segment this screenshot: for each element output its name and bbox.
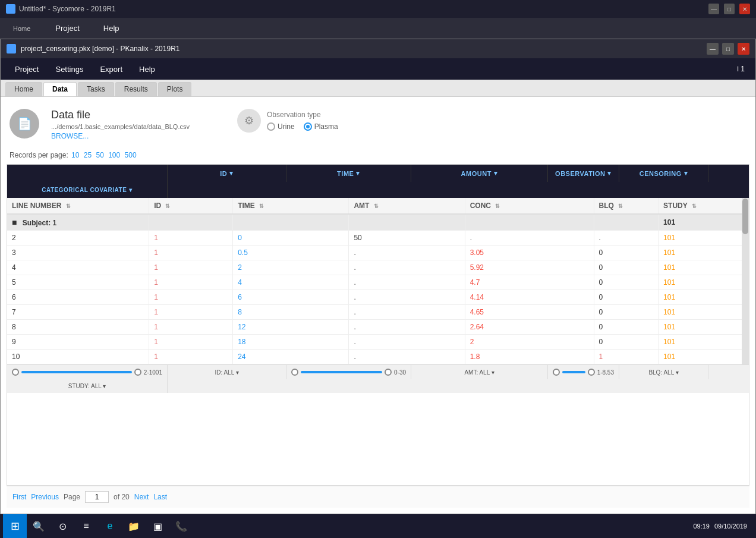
col-blq[interactable]: BLQ ⇅: [594, 198, 658, 214]
pagination-previous[interactable]: Previous: [31, 493, 59, 501]
cell-blq: 0: [594, 320, 658, 335]
tabs-bar: Home Data Tasks Results Plots: [1, 80, 755, 97]
obs-slider-left[interactable]: [553, 369, 560, 376]
col-amt[interactable]: AMT ⇅: [349, 198, 465, 214]
grp-time[interactable]: TIME ▾: [286, 165, 411, 182]
cell-study: 101: [659, 350, 749, 364]
app-minimize-btn[interactable]: —: [707, 43, 719, 55]
records-opt-25[interactable]: 25: [84, 151, 92, 159]
records-per-page-bar: Records per page: 10 25 50 100 500: [7, 150, 749, 161]
os-home-tab[interactable]: Home: [6, 21, 37, 36]
col-conc[interactable]: CONC ⇅: [465, 198, 594, 214]
cell-id: 1: [149, 335, 233, 350]
cell-study: 101: [659, 335, 749, 350]
tab-plots[interactable]: Plots: [158, 82, 192, 96]
obs-slider-right[interactable]: [588, 369, 595, 376]
records-opt-10[interactable]: 10: [71, 151, 79, 159]
line-range-slider[interactable]: 2-1001: [12, 369, 162, 376]
col-study[interactable]: STUDY ⇅: [659, 198, 749, 214]
filter-line: 2-1001: [7, 365, 168, 379]
line-slider-left[interactable]: [12, 369, 19, 376]
id-arrow-icon: ▾: [229, 169, 234, 177]
browse-button[interactable]: BROWSE...: [51, 132, 190, 140]
tab-tasks[interactable]: Tasks: [78, 82, 114, 96]
gear-icon[interactable]: ⚙: [237, 109, 261, 133]
subject-collapse-btn[interactable]: ■ Subject: 1: [7, 214, 149, 231]
filter-blq[interactable]: BLQ: ALL ▾: [619, 365, 708, 379]
info-badge[interactable]: i 1: [732, 62, 749, 75]
sort-time-icon[interactable]: ⇅: [259, 203, 264, 209]
cell-blq: .: [594, 231, 658, 246]
tab-data[interactable]: Data: [43, 82, 77, 96]
records-opt-100[interactable]: 100: [108, 151, 120, 159]
study-filter-dropdown[interactable]: STUDY: ALL ▾: [68, 383, 106, 389]
radio-plasma-label: Plasma: [314, 122, 338, 131]
line-slider-right[interactable]: [134, 369, 141, 376]
obs-range-slider[interactable]: 1-8.53: [553, 369, 614, 376]
col-time[interactable]: TIME ⇅: [233, 198, 349, 214]
cell-id: 1: [149, 246, 233, 260]
pagination-next[interactable]: Next: [134, 493, 149, 501]
time-slider-left[interactable]: [291, 369, 298, 376]
grp-observation[interactable]: OBSERVATION ▾: [548, 165, 619, 182]
scroll-thumb[interactable]: [742, 199, 748, 234]
tab-home[interactable]: Home: [5, 82, 42, 96]
blq-filter-dropdown[interactable]: BLQ: ALL ▾: [648, 369, 678, 376]
cell-time: 12: [233, 320, 349, 335]
radio-plasma-circle[interactable]: [304, 122, 312, 131]
id-filter-dropdown[interactable]: ID: ALL ▾: [215, 369, 238, 376]
cell-time: 0: [233, 231, 349, 246]
os-maximize-btn[interactable]: □: [724, 4, 735, 14]
app-menu-settings[interactable]: Settings: [47, 61, 92, 77]
grp-id[interactable]: ID ▾: [168, 165, 286, 182]
col-conc-label: CONC: [470, 202, 491, 210]
col-line-number[interactable]: LINE NUMBER ⇅: [7, 198, 149, 214]
sort-blq-icon[interactable]: ⇅: [618, 203, 623, 209]
col-id[interactable]: ID ⇅: [149, 198, 233, 214]
data-file-section: 📄 Data file .../demos/1.basic_examples/d…: [7, 103, 749, 146]
os-minimize-btn[interactable]: —: [708, 4, 719, 14]
cell-id: 1: [149, 305, 233, 320]
time-range-slider[interactable]: 0-30: [291, 369, 406, 376]
scrollbar[interactable]: [742, 198, 749, 364]
sort-id-icon[interactable]: ⇅: [165, 203, 170, 209]
cell-line: 6: [7, 290, 149, 305]
filter-study[interactable]: STUDY: ALL ▾: [7, 379, 168, 393]
os-menu-project[interactable]: Project: [49, 21, 85, 36]
app-close-btn[interactable]: ✕: [738, 43, 749, 55]
sort-line-icon[interactable]: ⇅: [66, 203, 71, 209]
tab-results[interactable]: Results: [115, 82, 157, 96]
obs-range-label: 1-8.53: [597, 369, 614, 376]
filter-amt[interactable]: AMT: ALL ▾: [411, 365, 548, 379]
grp-censoring[interactable]: CENSORING ▾: [619, 165, 708, 182]
amt-filter-dropdown[interactable]: AMT: ALL ▾: [464, 369, 494, 376]
cell-study: 101: [659, 231, 749, 246]
data-table-container: ID ▾ TIME ▾ AMOUNT ▾ OBSERVATION ▾ CENSO…: [7, 164, 749, 486]
records-opt-50[interactable]: 50: [96, 151, 103, 159]
records-opt-500[interactable]: 500: [125, 151, 137, 159]
time-slider-track: [301, 371, 382, 373]
cell-line: 7: [7, 305, 149, 320]
filter-id[interactable]: ID: ALL ▾: [168, 365, 286, 379]
radio-plasma[interactable]: Plasma: [304, 122, 338, 131]
time-slider-right[interactable]: [385, 369, 392, 376]
grp-categorical[interactable]: CATEGORICAL COVARIATE ▾: [7, 182, 168, 198]
os-menu-help[interactable]: Help: [97, 21, 125, 36]
pagination-first[interactable]: First: [12, 493, 26, 501]
pagination-page-input[interactable]: [85, 491, 109, 503]
cell-blq: 0: [594, 275, 658, 290]
app-menu-project[interactable]: Project: [7, 61, 47, 77]
app-menu-help[interactable]: Help: [131, 61, 163, 77]
sort-amt-icon[interactable]: ⇅: [374, 203, 379, 209]
radio-urine[interactable]: Urine: [267, 122, 295, 131]
radio-urine-circle[interactable]: [267, 122, 275, 131]
app-menu-export[interactable]: Export: [92, 61, 131, 77]
subject-row: ■ Subject: 1 101: [7, 214, 749, 231]
sort-conc-icon[interactable]: ⇅: [495, 203, 500, 209]
cell-study: 101: [659, 260, 749, 275]
app-maximize-btn[interactable]: □: [722, 43, 734, 55]
sort-study-icon[interactable]: ⇅: [692, 203, 697, 209]
os-close-btn[interactable]: ✕: [739, 4, 750, 14]
pagination-last[interactable]: Last: [153, 493, 167, 501]
grp-amount[interactable]: AMOUNT ▾: [411, 165, 548, 182]
